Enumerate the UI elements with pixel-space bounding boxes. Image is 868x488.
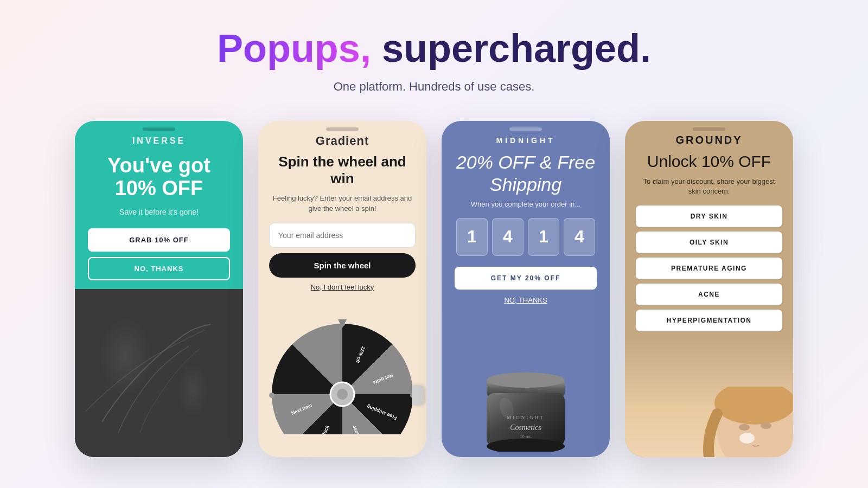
dot-left bbox=[269, 393, 275, 398]
wheel-section: 20% off Almost 25% off Not quite Free sh… bbox=[258, 299, 426, 434]
wheel-container: 20% off Almost 25% off Not quite Free sh… bbox=[272, 324, 413, 434]
midnight-product-image: MIDNIGHT Cosmetics 10 mL bbox=[442, 313, 610, 457]
page-wrapper: Popups, supercharged. One platform. Hund… bbox=[0, 0, 868, 488]
option-dry-skin[interactable]: DRY SKIN bbox=[636, 206, 782, 227]
email-input[interactable] bbox=[269, 223, 416, 248]
svg-point-23 bbox=[739, 433, 755, 444]
card-midnight: MIDNIGHT 20% OFF & Free Shipping When yo… bbox=[442, 121, 610, 457]
spin-wheel-button[interactable]: Spin the wheel bbox=[269, 253, 416, 278]
midnight-subtext: When you complete your order in... bbox=[471, 200, 580, 208]
title-popups: Popups, bbox=[217, 27, 371, 70]
inverse-headline: You've got 10% OFF bbox=[75, 155, 243, 200]
main-title: Popups, supercharged. bbox=[217, 27, 651, 70]
card-inverse: INVERSE You've got 10% OFF Save it befor… bbox=[75, 121, 243, 457]
countdown-box-1: 1 bbox=[456, 218, 488, 256]
title-rest: supercharged. bbox=[371, 27, 651, 70]
wheel-handle bbox=[412, 386, 424, 405]
no-luck-link[interactable]: No, I don't feel lucky bbox=[311, 283, 374, 291]
inverse-cta-secondary[interactable]: NO, THANKS bbox=[88, 257, 230, 280]
svg-point-22 bbox=[761, 422, 771, 429]
wheel-pointer bbox=[338, 319, 347, 328]
countdown-row: 1 4 1 4 bbox=[456, 218, 595, 256]
gradient-subtext: Feeling lucky? Enter your email address … bbox=[258, 193, 426, 214]
cosmetic-jar-svg: MIDNIGHT Cosmetics 10 mL bbox=[480, 365, 572, 452]
groundy-brand: GROUNDY bbox=[675, 121, 742, 152]
face-svg bbox=[690, 387, 793, 457]
header: Popups, supercharged. One platform. Hund… bbox=[217, 27, 651, 94]
inverse-brand: INVERSE bbox=[132, 121, 186, 155]
wheel-svg: 20% off Almost 25% off Not quite Free sh… bbox=[272, 324, 413, 434]
countdown-box-3: 1 bbox=[528, 218, 559, 256]
svg-point-12 bbox=[487, 373, 565, 388]
notch-2 bbox=[326, 127, 359, 131]
countdown-box-2: 4 bbox=[492, 218, 524, 256]
cards-row: INVERSE You've got 10% OFF Save it befor… bbox=[75, 121, 793, 457]
svg-text:Cosmetics: Cosmetics bbox=[510, 423, 541, 432]
card-groundy: GROUNDY Unlock 10% OFF To claim your dis… bbox=[625, 121, 793, 457]
face-image bbox=[625, 336, 793, 458]
groundy-headline: Unlock 10% OFF bbox=[636, 152, 782, 171]
inverse-subtext: Save it before it's gone! bbox=[119, 208, 199, 216]
inverse-image bbox=[75, 289, 243, 457]
notch-4 bbox=[693, 127, 725, 131]
option-acne[interactable]: ACNE bbox=[636, 284, 782, 305]
option-hyperpigmentation[interactable]: HYPERPIGMENTATION bbox=[636, 310, 782, 331]
card-gradient: Gradient Spin the wheel and win Feeling … bbox=[258, 121, 426, 457]
midnight-cta-primary[interactable]: GET MY 20% OFF bbox=[455, 267, 597, 290]
svg-point-9 bbox=[337, 389, 348, 400]
notch-1 bbox=[143, 127, 175, 131]
midnight-brand: MIDNIGHT bbox=[496, 121, 555, 151]
palm-svg bbox=[75, 289, 243, 457]
gradient-headline: Spin the wheel and win bbox=[258, 153, 426, 187]
svg-text:10 mL: 10 mL bbox=[520, 434, 532, 439]
inverse-cta-primary[interactable]: GRAB 10% OFF bbox=[88, 228, 230, 252]
gradient-brand: Gradient bbox=[316, 121, 369, 153]
midnight-cta-secondary[interactable]: NO, THANKS bbox=[504, 296, 547, 304]
midnight-headline: 20% OFF & Free Shipping bbox=[442, 151, 610, 196]
svg-point-21 bbox=[739, 424, 750, 431]
option-oily-skin[interactable]: OILY SKIN bbox=[636, 232, 782, 253]
countdown-box-4: 4 bbox=[564, 218, 595, 256]
notch-3 bbox=[509, 127, 542, 131]
option-premature-aging[interactable]: PREMATURE AGING bbox=[636, 258, 782, 279]
groundy-subtext: To claim your discount, share your bigge… bbox=[625, 177, 793, 196]
subtitle: One platform. Hundreds of use cases. bbox=[217, 80, 651, 94]
